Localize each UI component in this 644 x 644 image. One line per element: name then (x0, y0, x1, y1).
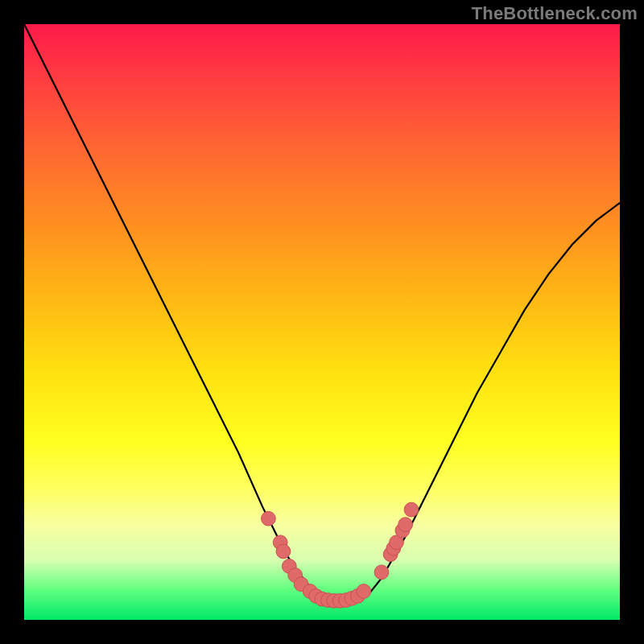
bottleneck-curve (24, 24, 620, 601)
data-marker (404, 502, 419, 517)
chart-frame: TheBottleneck.com (0, 0, 644, 644)
data-marker (398, 518, 413, 532)
data-marker (357, 584, 371, 599)
watermark-text: TheBottleneck.com (472, 3, 638, 24)
data-marker (276, 544, 291, 559)
curve-svg (24, 24, 620, 620)
data-markers (262, 502, 419, 608)
data-marker (262, 511, 276, 526)
plot-area (24, 24, 620, 620)
data-marker (374, 565, 389, 580)
